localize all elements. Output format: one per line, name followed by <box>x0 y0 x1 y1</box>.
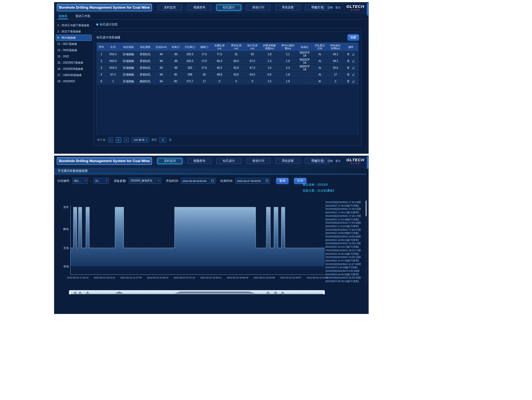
calendar-icon <box>266 179 268 182</box>
sidebar-item[interactable]: 15：20220627底抽巷 <box>56 60 92 66</box>
send-icon[interactable] <box>314 159 318 163</box>
cell: 39.1 <box>327 58 343 64</box>
edit-icon[interactable] <box>352 60 355 63</box>
log-entry: 031D03在[2022/9/22 21:47:45]至 <box>325 263 365 266</box>
page-size-select[interactable]: 100 条/页 ▾ <box>131 137 149 143</box>
sidebar-item[interactable]: 12：0620底抽巷 <box>56 47 92 53</box>
x-tick-label: 2022-09-22 22:28:44 <box>147 276 168 279</box>
cell: 1 <box>97 51 106 58</box>
subnav-item-底抽巷[interactable]: 底抽巷 <box>58 14 68 19</box>
exit-link[interactable]: 退出 <box>335 159 341 163</box>
query-button[interactable]: 查询 <box>276 178 288 184</box>
start-time-input[interactable]: 2022-06-09 00:00:00 <box>181 178 216 184</box>
nav-tab-钻孔设计[interactable]: 钻孔设计 <box>216 5 241 11</box>
scrollbar[interactable] <box>366 156 369 314</box>
install-location-label: 安装位置： <box>303 189 318 192</box>
operation-cell <box>343 51 358 58</box>
jump-page-input[interactable] <box>159 137 166 143</box>
cell: 1.9 <box>279 78 297 85</box>
station-select-a[interactable]: 061... ▾ <box>72 178 88 184</box>
column-header: 开孔底点 方向 <box>312 43 327 51</box>
x-tick-label: 2022-09-24 10:10:04 <box>307 276 328 279</box>
table-row: 3H10-3区域措施穿层钻孔94-9033227.646.355.967.31.… <box>97 64 358 71</box>
cell: -90 <box>169 51 182 58</box>
end-time-input[interactable]: 2022-09-27 00:00:00 <box>235 178 270 184</box>
section-title: 钻孔设计信息 <box>100 22 118 27</box>
station-select-b[interactable]: 31... ▾ <box>93 178 109 184</box>
scrollbar-thumb[interactable] <box>367 3 368 15</box>
nav-tab-钻孔设计[interactable]: 钻孔设计 <box>216 158 241 164</box>
nav-tab-报表打印[interactable]: 报表打印 <box>246 5 271 11</box>
column-header: 钻孔类型 <box>137 43 154 51</box>
edit-icon[interactable] <box>352 73 355 76</box>
cell: 穿层钻孔 <box>137 58 154 64</box>
nav-tab-系统设置[interactable]: 系统设置 <box>275 158 300 164</box>
create-bar: 钻孔设计信息创建 创建 <box>97 34 359 41</box>
user-icon[interactable] <box>320 5 325 10</box>
cell: 94 <box>154 51 169 58</box>
nav-tab-视频查询[interactable]: 视频查询 <box>187 158 212 164</box>
start-time-label: 开始时间: <box>166 179 179 183</box>
cell: 17 <box>197 78 211 85</box>
current-page-button[interactable]: 1 <box>116 137 121 143</box>
delete-icon[interactable] <box>347 80 350 83</box>
x-tick-label: 2022-09-22 17:40:16 <box>67 276 88 279</box>
next-page-button[interactable]: › <box>124 137 129 143</box>
sidebar-item[interactable]: 13：2022 <box>56 53 92 60</box>
device-label: 设备参数: <box>114 179 127 183</box>
delete-icon[interactable] <box>347 53 350 56</box>
nav-tab-系统设置[interactable]: 系统设置 <box>275 5 300 11</box>
sidebar-item[interactable]: 18：20220922 <box>56 78 92 84</box>
logout-link[interactable]: 注销 <box>327 6 333 9</box>
create-button[interactable]: 创建 <box>348 35 359 40</box>
delete-icon[interactable] <box>347 60 350 63</box>
edit-icon[interactable] <box>352 66 355 69</box>
log-entry: 031D03在[2022/9/23 3:40:08]至 <box>325 269 365 273</box>
send-icon[interactable] <box>314 5 318 10</box>
scrollbar-thumb[interactable] <box>367 156 368 169</box>
subnav-item-掘进工作面[interactable]: 掘进工作面 <box>75 14 91 19</box>
cell: 90 <box>169 78 182 85</box>
cell: 外 <box>312 78 327 85</box>
sidebar-item[interactable]: 16：20220628底抽巷 <box>56 66 92 72</box>
cell: 穿层钻孔 <box>137 51 154 58</box>
column-header: 见煤孔深 (m) <box>211 43 228 51</box>
nav-tab-报表打印[interactable]: 报表打印 <box>246 158 271 164</box>
cell: 区域措施 <box>120 71 137 78</box>
operation-cell <box>343 78 358 85</box>
column-header: 钻孔用途 <box>120 43 137 51</box>
cell: 1.6 <box>260 64 279 71</box>
time-range-slider[interactable] <box>69 290 325 294</box>
edit-icon[interactable] <box>352 80 355 83</box>
cell: 90 <box>169 71 182 78</box>
delete-icon[interactable] <box>347 73 350 76</box>
cell: 1.8 <box>279 71 297 78</box>
nav-tab-视频查询[interactable]: 视频查询 <box>187 5 212 11</box>
prev-page-button[interactable]: ‹ <box>108 137 113 143</box>
cell: 内 <box>312 64 327 71</box>
brand-logo: GLTECH 光力科技 <box>346 4 364 11</box>
nav-tab-实时监控[interactable]: 实时监控 <box>157 5 182 11</box>
sidebar-item[interactable]: 2：2611下巷底抽巷 <box>56 28 92 35</box>
logout-link[interactable]: 注销 <box>327 159 333 163</box>
sidebar-item[interactable]: 1：2616工作面下巷底抽巷 <box>56 22 92 28</box>
y-axis-label: 断线 <box>58 227 69 231</box>
scrollbar[interactable] <box>366 2 369 154</box>
log-entry: [2022/9/22 17:45:23]处于[无电] <box>325 204 365 208</box>
user-icon[interactable] <box>320 159 325 163</box>
sidebar-item[interactable]: 17：1800180底抽巷 <box>56 72 92 78</box>
edit-icon[interactable] <box>352 53 355 56</box>
delete-icon[interactable] <box>347 66 350 69</box>
device-select[interactable]: 031D03_馈电开关 ▾ <box>129 178 161 184</box>
cell: 66.5 <box>228 58 244 64</box>
nav-tab-实时监控[interactable]: 实时监控 <box>157 158 182 164</box>
cell: 67.5 <box>244 58 260 64</box>
cell: 顺层钻孔 <box>137 78 154 85</box>
cell: 332.3 <box>182 51 197 58</box>
exit-link[interactable]: 退出 <box>335 6 341 9</box>
cell: H10-2 <box>106 58 120 64</box>
sidebar-item[interactable]: 11：0617底抽巷 <box>56 41 92 47</box>
x-tick-label: 2022-09-23 10:39:01 <box>200 276 222 279</box>
sidebar-item[interactable]: 9：0614底抽巷 <box>56 35 92 41</box>
end-time-value: 2022-09-27 00:00:00 <box>237 179 261 182</box>
